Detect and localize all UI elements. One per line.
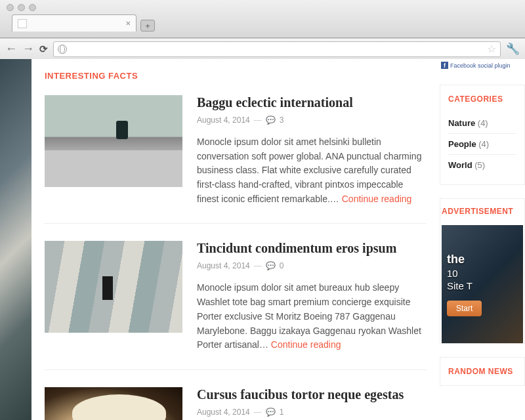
post-meta: August 4, 2014 — 💬 1: [197, 408, 427, 417]
random-news-widget: RANDOM NEWS: [440, 357, 525, 386]
post-title[interactable]: Tincidunt condimentum eros ipsum: [197, 241, 427, 256]
sidebar: f Facebook social plugin CATEGORIES Natu…: [440, 59, 525, 420]
comment-icon: 💬: [266, 116, 276, 125]
advertisement-banner[interactable]: the 10 Site T Start: [442, 225, 523, 343]
post-body: Baggu eclectic international August 4, 2…: [197, 95, 427, 206]
tab-favicon: [18, 19, 27, 28]
post-list: Baggu eclectic international August 4, 2…: [45, 95, 427, 420]
widget-title: ADVERTISEMENT: [442, 207, 523, 216]
post-thumbnail[interactable]: [45, 241, 182, 333]
comment-count[interactable]: 0: [280, 261, 284, 270]
traffic-light-minimize[interactable]: [18, 4, 25, 11]
meta-separator: —: [254, 116, 262, 125]
post-body: Tincidunt condimentum eros ipsum August …: [197, 241, 427, 352]
facebook-icon: f: [441, 62, 448, 69]
category-list: Nature (4) People (4) World (5): [448, 113, 516, 175]
reload-button[interactable]: ⟳: [39, 43, 48, 55]
category-item[interactable]: Nature (4): [448, 113, 516, 134]
facebook-plugin-label[interactable]: f Facebook social plugin: [440, 59, 525, 72]
post-item: Baggu eclectic international August 4, 2…: [45, 95, 427, 224]
background-image-strip: [0, 59, 32, 420]
tab-bar: × +: [0, 14, 525, 32]
page-viewport: ▲ INTERESTING FACTS Baggu eclectic inter…: [0, 59, 525, 420]
post-item: Tincidunt condimentum eros ipsum August …: [45, 241, 427, 369]
bookmark-star-icon[interactable]: ☆: [487, 43, 496, 55]
post-date: August 4, 2014: [197, 408, 250, 417]
post-date: August 4, 2014: [197, 116, 250, 125]
browser-tab[interactable]: ×: [12, 14, 136, 32]
meta-separator: —: [254, 408, 262, 417]
widget-title: CATEGORIES: [448, 94, 516, 104]
main-column: INTERESTING FACTS Baggu eclectic interna…: [32, 59, 440, 420]
new-tab-button[interactable]: +: [140, 20, 155, 32]
comment-icon: 💬: [266, 408, 276, 417]
globe-icon: [58, 45, 67, 54]
continue-reading-link[interactable]: Continue reading: [271, 339, 341, 350]
close-tab-icon[interactable]: ×: [125, 18, 131, 28]
comment-count[interactable]: 1: [280, 408, 284, 417]
comment-icon: 💬: [266, 261, 276, 270]
settings-wrench-icon[interactable]: 🔧: [506, 42, 520, 56]
widget-title: RANDOM NEWS: [448, 367, 516, 376]
post-excerpt: Monocle ipsum dolor sit amet helsinki bu…: [197, 135, 427, 206]
post-excerpt: Monocle ipsum dolor sit amet bureaux hub…: [197, 281, 427, 352]
url-bar[interactable]: ☆: [53, 41, 501, 57]
post-thumbnail[interactable]: [45, 95, 182, 187]
post-meta: August 4, 2014 — 💬 0: [197, 261, 427, 270]
post-thumbnail[interactable]: [45, 387, 182, 420]
categories-widget: CATEGORIES Nature (4) People (4) World (…: [440, 85, 525, 185]
ad-start-button[interactable]: Start: [447, 301, 482, 316]
meta-separator: —: [254, 261, 262, 270]
post-body: Cursus faucibus tortor neque egestas Aug…: [197, 387, 427, 420]
category-item[interactable]: People (4): [448, 134, 516, 155]
forward-button[interactable]: →: [22, 42, 34, 56]
traffic-light-close[interactable]: [7, 4, 14, 11]
post-date: August 4, 2014: [197, 261, 250, 270]
category-item[interactable]: World (5): [448, 155, 516, 175]
post-meta: August 4, 2014 — 💬 3: [197, 116, 427, 125]
back-button[interactable]: ←: [5, 42, 17, 56]
advertisement-widget: ADVERTISEMENT the 10 Site T Start: [440, 198, 525, 344]
window-titlebar: [0, 0, 525, 14]
continue-reading-link[interactable]: Continue reading: [342, 194, 412, 204]
browser-toolbar: ← → ⟳ ☆ 🔧: [0, 38, 525, 59]
browser-chrome: × +: [0, 0, 525, 38]
section-title: INTERESTING FACTS: [45, 71, 427, 81]
comment-count[interactable]: 3: [280, 116, 284, 125]
post-title[interactable]: Cursus faucibus tortor neque egestas: [197, 387, 427, 402]
traffic-light-zoom[interactable]: [29, 4, 36, 11]
content-area: INTERESTING FACTS Baggu eclectic interna…: [32, 59, 525, 420]
post-title[interactable]: Baggu eclectic international: [197, 95, 427, 110]
post-item: Cursus faucibus tortor neque egestas Aug…: [45, 387, 427, 420]
